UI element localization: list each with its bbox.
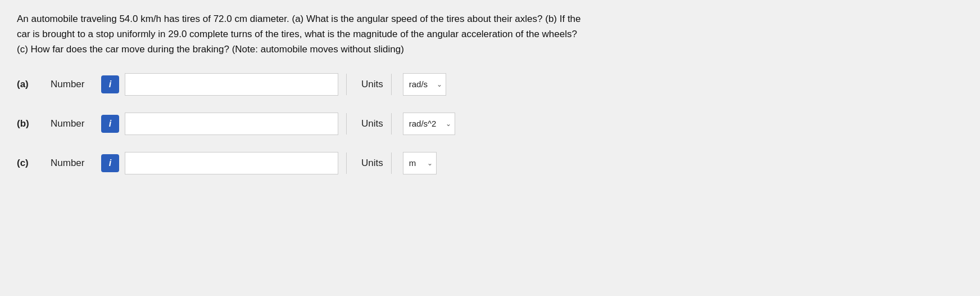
- problem-text-line2: car is brought to a stop uniformly in 29…: [17, 29, 577, 39]
- units-select-c[interactable]: m km cm ft: [403, 153, 436, 174]
- units-label-b: Units: [361, 118, 383, 129]
- divider-units-a: [391, 74, 392, 95]
- problem-text-line1: An automobile traveling 54.0 km/h has ti…: [17, 14, 581, 24]
- divider-c: [346, 153, 347, 174]
- number-input-c[interactable]: [125, 152, 338, 174]
- info-button-c[interactable]: i: [101, 154, 119, 172]
- problem-text-line3: (c) How far does the car move during the…: [17, 44, 404, 55]
- part-number-label-c: Number: [51, 158, 96, 169]
- info-button-b[interactable]: i: [101, 115, 119, 133]
- units-select-wrapper-b: rad/s^2 rpm/s deg/s^2 ⌄: [403, 113, 455, 135]
- divider-units-c: [391, 153, 392, 174]
- units-label-c: Units: [361, 158, 383, 169]
- units-label-a: Units: [361, 79, 383, 90]
- part-row-c: (c) Number i Units m km cm ft ⌄: [17, 152, 963, 174]
- info-button-a[interactable]: i: [101, 75, 119, 93]
- part-label-a: (a): [17, 79, 45, 90]
- part-number-label-b: Number: [51, 118, 96, 129]
- units-select-a[interactable]: rad/s rpm deg/s: [403, 74, 446, 95]
- parts-container: (a) Number i Units rad/s rpm deg/s ⌄ (b)…: [17, 73, 963, 174]
- problem-text: An automobile traveling 54.0 km/h has ti…: [17, 11, 963, 57]
- divider-b: [346, 113, 347, 134]
- units-select-wrapper-c: m km cm ft ⌄: [403, 152, 437, 174]
- part-row-a: (a) Number i Units rad/s rpm deg/s ⌄: [17, 73, 963, 96]
- part-label-c: (c): [17, 158, 45, 169]
- part-number-label-a: Number: [51, 79, 96, 90]
- number-input-a[interactable]: [125, 73, 338, 96]
- part-row-b: (b) Number i Units rad/s^2 rpm/s deg/s^2…: [17, 113, 963, 135]
- divider-units-b: [391, 113, 392, 134]
- units-select-wrapper-a: rad/s rpm deg/s ⌄: [403, 73, 446, 96]
- part-label-b: (b): [17, 118, 45, 129]
- units-select-b[interactable]: rad/s^2 rpm/s deg/s^2: [403, 113, 455, 134]
- problem-container: An automobile traveling 54.0 km/h has ti…: [17, 11, 963, 174]
- divider-a: [346, 74, 347, 95]
- number-input-b[interactable]: [125, 113, 338, 135]
